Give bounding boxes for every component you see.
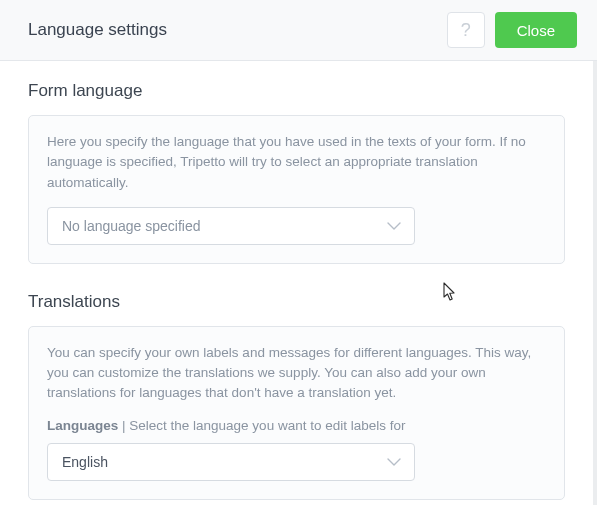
dialog-title: Language settings [28, 20, 167, 40]
form-language-select-value: No language specified [62, 218, 201, 234]
form-language-panel: Here you specify the language that you h… [28, 115, 565, 264]
form-language-title: Form language [28, 81, 565, 101]
translations-panel: You can specify your own labels and mess… [28, 326, 565, 500]
header-actions: ? Close [447, 12, 577, 48]
translations-language-select-value: English [62, 454, 108, 470]
translations-sublabel-rest: | Select the language you want to edit l… [118, 418, 405, 433]
form-language-section: Form language Here you specify the langu… [28, 81, 565, 264]
translations-sublabel: Languages | Select the language you want… [47, 418, 546, 433]
dialog-content: Form language Here you specify the langu… [0, 61, 597, 505]
close-button[interactable]: Close [495, 12, 577, 48]
form-language-description: Here you specify the language that you h… [47, 132, 546, 193]
form-language-select-wrap: No language specified [47, 207, 415, 245]
translations-section: Translations You can specify your own la… [28, 292, 565, 500]
dialog-header: Language settings ? Close [0, 0, 597, 61]
translations-description: You can specify your own labels and mess… [47, 343, 546, 404]
translations-title: Translations [28, 292, 565, 312]
form-language-select[interactable]: No language specified [47, 207, 415, 245]
translations-sublabel-strong: Languages [47, 418, 118, 433]
help-button[interactable]: ? [447, 12, 485, 48]
translations-language-select-wrap: English [47, 443, 415, 481]
translations-language-select[interactable]: English [47, 443, 415, 481]
help-icon: ? [461, 20, 471, 41]
